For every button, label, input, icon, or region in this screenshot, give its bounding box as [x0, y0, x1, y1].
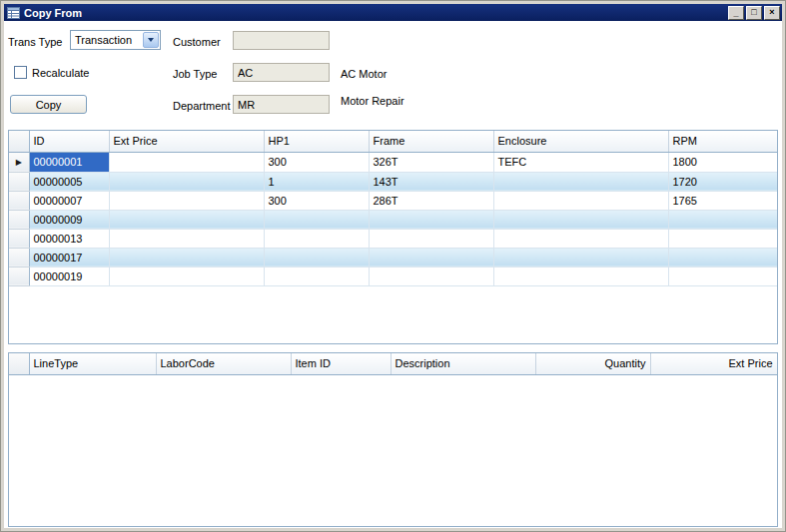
grid-cell[interactable] — [668, 210, 777, 229]
grid-cell[interactable]: 1765 — [668, 191, 777, 210]
window-icon — [7, 7, 20, 19]
department-description: Motor Repair — [341, 95, 404, 107]
table-row: 00000019 — [9, 266, 777, 285]
column-header-item-id[interactable]: Item ID — [291, 353, 391, 374]
grid-cell[interactable]: 143T — [369, 172, 493, 191]
grid-cell[interactable] — [493, 266, 668, 285]
column-header-description[interactable]: Description — [391, 353, 535, 374]
grid-cell[interactable] — [109, 229, 264, 248]
trans-type-label: Trans Type — [8, 36, 62, 48]
grid-cell[interactable] — [668, 248, 777, 266]
grid-cell[interactable]: 300 — [264, 191, 369, 210]
trans-type-value: Transaction — [75, 34, 132, 46]
current-row-arrow-icon: ▶ — [16, 158, 22, 167]
recalculate-label[interactable]: Recalculate — [32, 67, 89, 79]
grid-cell[interactable]: 1720 — [668, 172, 777, 191]
copy-from-window: Copy From _ □ × Trans Type Transaction C… — [0, 0, 786, 532]
grid-cell[interactable] — [493, 248, 668, 266]
column-header-ext-price[interactable]: Ext Price — [109, 131, 264, 152]
grid-cell[interactable] — [493, 191, 668, 210]
grid-cell[interactable] — [264, 229, 369, 248]
grid-cell[interactable]: 00000019 — [29, 266, 109, 285]
grid-cell[interactable]: 00000017 — [29, 248, 109, 266]
copy-button[interactable]: Copy — [10, 95, 87, 114]
grid-cell[interactable] — [369, 210, 493, 229]
grid-cell[interactable] — [109, 210, 264, 229]
grid-cell[interactable] — [493, 172, 668, 191]
row-selector[interactable] — [9, 172, 29, 191]
column-header-laborcode[interactable]: LaborCode — [156, 353, 291, 374]
maximize-button[interactable]: □ — [746, 6, 762, 20]
grid-cell[interactable] — [264, 210, 369, 229]
customer-label: Customer — [173, 36, 221, 48]
column-header-enclosure[interactable]: Enclosure — [493, 131, 668, 152]
grid-cell[interactable] — [264, 266, 369, 285]
dialog-content: Trans Type Transaction Customer Recalcul… — [4, 21, 782, 528]
grid-header-row: LineType LaborCode Item ID Description Q… — [9, 353, 777, 374]
grid-cell[interactable]: 300 — [264, 152, 369, 172]
grid-cell[interactable]: 1 — [264, 172, 369, 191]
row-selector[interactable] — [9, 229, 29, 248]
grid-cell[interactable]: 326T — [369, 152, 493, 172]
grid-cell[interactable]: 00000007 — [29, 191, 109, 210]
grid-cell[interactable] — [369, 266, 493, 285]
grid-cell[interactable]: 00000009 — [29, 210, 109, 229]
row-selector[interactable] — [9, 210, 29, 229]
grid-cell[interactable] — [493, 210, 668, 229]
table-row: 00000017 — [9, 248, 777, 266]
department-field[interactable] — [233, 95, 330, 114]
grid-cell[interactable]: 286T — [369, 191, 493, 210]
grid-cell[interactable] — [668, 266, 777, 285]
grid-cell[interactable] — [264, 248, 369, 266]
combo-dropdown-button[interactable] — [143, 32, 159, 48]
grid-cell[interactable] — [109, 191, 264, 210]
grid-cell[interactable]: 00000001 — [29, 152, 109, 172]
table-row: ▶00000001300326TTEFC1800 — [9, 152, 777, 172]
row-selector[interactable] — [9, 191, 29, 210]
customer-field[interactable] — [233, 31, 330, 50]
grid-cell[interactable] — [668, 229, 777, 248]
column-header-frame[interactable]: Frame — [369, 131, 493, 152]
trans-type-combobox[interactable]: Transaction — [70, 30, 161, 50]
job-type-description: AC Motor — [341, 68, 387, 80]
column-header-hp1[interactable]: HP1 — [264, 131, 369, 152]
table-row: 00000007300286T1765 — [9, 191, 777, 210]
minimize-button[interactable]: _ — [728, 6, 744, 20]
column-header-id[interactable]: ID — [29, 131, 109, 152]
recalculate-checkbox[interactable] — [14, 66, 27, 79]
grid-cell[interactable] — [109, 266, 264, 285]
records-grid: ID Ext Price HP1 Frame Enclosure RPM ▶00… — [8, 130, 778, 344]
grid-cell[interactable]: 1800 — [668, 152, 777, 172]
grid-cell[interactable]: 00000013 — [29, 229, 109, 248]
department-label: Department — [173, 100, 230, 112]
column-header-ext-price[interactable]: Ext Price — [650, 353, 777, 374]
grid-cell[interactable]: 00000005 — [29, 172, 109, 191]
grid-cell[interactable] — [109, 248, 264, 266]
job-type-label: Job Type — [173, 68, 217, 80]
window-controls: _ □ × — [728, 6, 780, 20]
row-selector-header — [9, 353, 29, 374]
grid-cell[interactable] — [369, 248, 493, 266]
grid-cell[interactable] — [109, 152, 264, 172]
records-grid-body: ▶00000001300326TTEFC1800000000051143T172… — [9, 152, 777, 285]
window-title: Copy From — [24, 7, 728, 19]
row-selector-header — [9, 131, 29, 152]
grid-cell[interactable]: TEFC — [493, 152, 668, 172]
column-header-linetype[interactable]: LineType — [29, 353, 156, 374]
job-type-field[interactable] — [233, 63, 330, 82]
table-row: 000000051143T1720 — [9, 172, 777, 191]
titlebar[interactable]: Copy From _ □ × — [4, 4, 782, 21]
column-header-rpm[interactable]: RPM — [668, 131, 777, 152]
row-selector[interactable] — [9, 248, 29, 266]
grid-header-row: ID Ext Price HP1 Frame Enclosure RPM — [9, 131, 777, 152]
table-row: 00000013 — [9, 229, 777, 248]
grid-cell[interactable] — [369, 229, 493, 248]
column-header-quantity[interactable]: Quantity — [535, 353, 650, 374]
chevron-down-icon — [148, 38, 154, 42]
table-row: 00000009 — [9, 210, 777, 229]
close-button[interactable]: × — [764, 6, 780, 20]
grid-cell[interactable] — [493, 229, 668, 248]
grid-cell[interactable] — [109, 172, 264, 191]
row-selector[interactable]: ▶ — [9, 152, 29, 172]
row-selector[interactable] — [9, 266, 29, 285]
